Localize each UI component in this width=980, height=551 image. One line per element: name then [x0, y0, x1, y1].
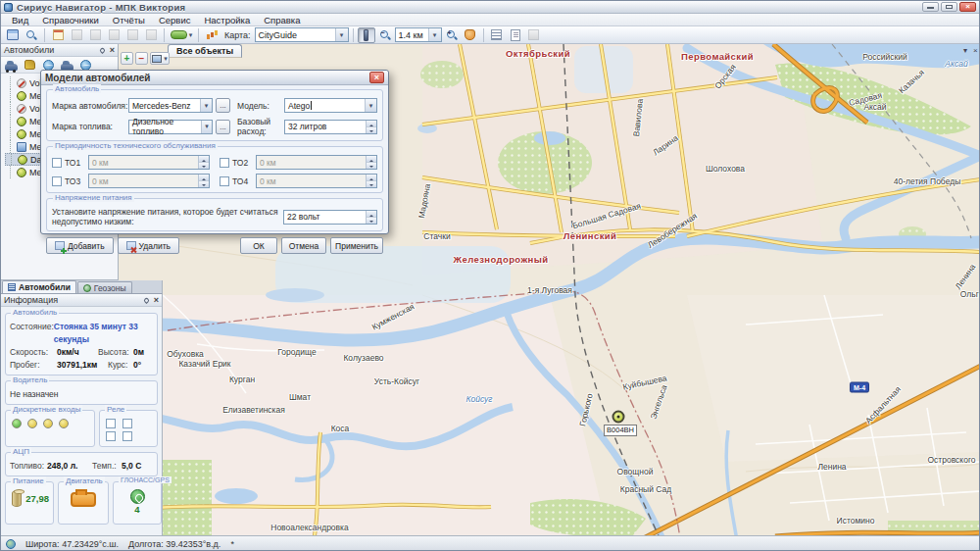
checkbox[interactable]	[220, 158, 229, 168]
relay-checkbox[interactable]	[122, 431, 132, 441]
edit-button[interactable]	[507, 27, 524, 43]
grid-button[interactable]	[123, 27, 141, 43]
spinner-arrows[interactable]	[366, 156, 376, 169]
group-caption: Периодичность технического обслуживания	[53, 141, 218, 150]
info-close-icon[interactable]: ×	[154, 296, 159, 305]
road-badge-m4: М-4	[850, 382, 869, 393]
new-window-button[interactable]	[4, 27, 22, 43]
chevron-down-icon: ▾	[335, 28, 348, 41]
menu-item-4[interactable]: Настройка	[197, 14, 257, 26]
toolbar-separator	[44, 28, 45, 42]
car-icon	[5, 64, 18, 71]
map-tabs-scroll-button[interactable]: ▾	[963, 46, 967, 56]
model-input[interactable]: Atego ▾	[284, 98, 377, 113]
tab-vehicles[interactable]: Автомобили	[2, 280, 76, 293]
edit-vehicle-button[interactable]	[22, 58, 37, 73]
checkbox[interactable]	[220, 176, 229, 186]
led-yellow-icon	[43, 419, 53, 428]
bar-chart-icon	[206, 29, 218, 40]
filter-button[interactable]	[86, 27, 104, 43]
mileage-label: Пробег:	[10, 359, 57, 372]
spinner-arrows[interactable]	[366, 211, 376, 224]
scale-select[interactable]: 1.4 км ▾	[395, 27, 442, 42]
cancel-button[interactable]: Отмена	[281, 237, 326, 254]
map-source-select[interactable]: CityGuide ▾	[255, 27, 349, 42]
map-label: 1-я Луговая	[527, 285, 572, 295]
chevron-down-icon: ▾	[164, 54, 168, 64]
group-caption: АЦП	[11, 447, 31, 456]
menu-item-3[interactable]: Сервис	[152, 14, 198, 26]
refresh-button[interactable]	[105, 27, 122, 43]
fuel-browse-button[interactable]: ...	[216, 120, 230, 134]
ok-button[interactable]: ОК	[240, 237, 277, 254]
map-label: Коса	[331, 424, 350, 433]
brand-select[interactable]: Mercedes-Benz ▾	[128, 98, 213, 113]
mileage-value: 30791,1км	[57, 359, 108, 372]
maintenance-spinner[interactable]: 0 км	[88, 174, 210, 188]
relay-checkbox[interactable]	[106, 419, 116, 428]
report-button[interactable]	[142, 27, 160, 43]
legend-button[interactable]	[488, 27, 506, 43]
dialog-close-button[interactable]: ×	[369, 72, 384, 83]
list-button[interactable]	[68, 27, 85, 43]
status-filter-button[interactable]: ▾	[169, 27, 194, 43]
minimize-button[interactable]	[922, 2, 939, 12]
menu-item-2[interactable]: Отчёты	[106, 14, 152, 26]
maintenance-item: ТО20 км	[220, 155, 377, 170]
gps-icon	[130, 489, 145, 504]
zoom-in-button[interactable]: +	[443, 27, 461, 43]
map-tabs-close-button[interactable]: ×	[973, 46, 978, 56]
menu-item-5[interactable]: Справка	[257, 14, 307, 26]
map-label: Истомино	[837, 516, 875, 526]
relay-checkbox[interactable]	[106, 431, 116, 441]
pin-icon[interactable]	[99, 46, 106, 53]
voltage-spinner[interactable]: 22 вольт	[283, 210, 377, 225]
vehicle-marker[interactable]	[612, 411, 625, 424]
maintenance-spinner[interactable]: 0 км	[88, 155, 210, 170]
map-view-button[interactable]: ▾	[150, 52, 170, 65]
dialog-title-bar[interactable]: Модели автомобилей ×	[41, 71, 388, 85]
delete-model-button[interactable]: Удалить	[118, 237, 179, 254]
spinner-arrows[interactable]	[198, 175, 209, 187]
refresh-icon	[109, 29, 120, 40]
close-button[interactable]: ×	[959, 2, 976, 12]
map-label: Энгельса	[648, 383, 668, 421]
toolbar-separator	[198, 28, 199, 42]
add-vehicle-button[interactable]	[3, 58, 19, 73]
chart-button[interactable]	[203, 27, 220, 43]
calendar-button[interactable]	[49, 27, 67, 43]
map-tab-all-objects[interactable]: Все объекты	[168, 44, 242, 58]
menu-item-0[interactable]: Вид	[5, 14, 35, 26]
maintenance-spinner[interactable]: 0 км	[256, 174, 377, 188]
consumption-spinner[interactable]: 32 литров	[284, 120, 377, 134]
map-plus-button[interactable]: +	[121, 52, 133, 65]
map-minus-button[interactable]: −	[135, 52, 148, 65]
checkbox[interactable]	[52, 158, 62, 168]
sidebar-close-icon[interactable]: ×	[110, 46, 115, 55]
spinner-arrows[interactable]	[366, 121, 376, 133]
spinner-arrows[interactable]	[198, 156, 209, 169]
menu-item-1[interactable]: Справочники	[35, 14, 106, 26]
search-button[interactable]	[23, 27, 40, 43]
pin-icon[interactable]	[143, 296, 150, 303]
title-bar[interactable]: Сириус Навигатор - МПК Виктория ×	[1, 1, 979, 14]
relay-checkbox[interactable]	[122, 419, 132, 428]
zoom-in-icon: +	[446, 29, 458, 41]
track-mode-button[interactable]	[358, 27, 375, 43]
brand-browse-button[interactable]: ...	[216, 98, 230, 113]
zoom-out-button[interactable]: −	[376, 27, 394, 43]
maintenance-spinner[interactable]: 0 км	[256, 155, 377, 170]
add-model-button[interactable]: Добавить	[46, 237, 114, 254]
spinner-arrows[interactable]	[366, 175, 376, 187]
maximize-button[interactable]	[941, 2, 957, 12]
maintenance-item: ТО10 км	[52, 155, 210, 170]
apply-button[interactable]: Применить	[330, 237, 383, 254]
checkbox[interactable]	[52, 176, 62, 186]
pan-button[interactable]	[462, 27, 479, 43]
power-group: Питание 27,98	[5, 481, 54, 525]
temp-label: Темп.:	[92, 460, 122, 473]
extra-button[interactable]	[525, 27, 543, 43]
fuel-select[interactable]: Дизельное топливо ▾	[128, 120, 213, 134]
relay-row	[104, 418, 153, 443]
tab-geozones[interactable]: Геозоны	[77, 281, 132, 293]
